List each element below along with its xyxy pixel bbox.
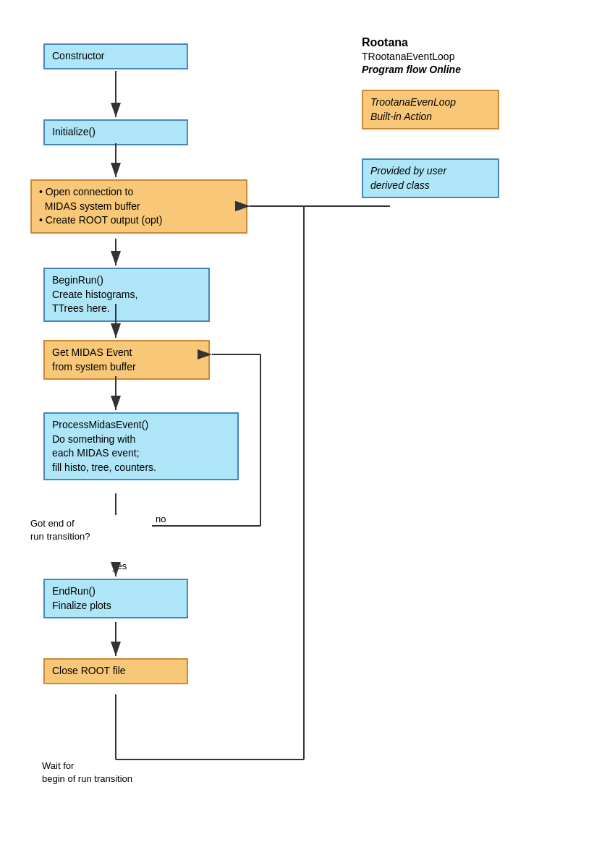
connection-box: • Open connection to MIDAS system buffer… [30, 179, 247, 234]
process-midas-box: ProcessMidasEvent()Do something witheach… [43, 412, 239, 480]
no-label: no [156, 514, 166, 524]
flow-title: Program flow Online [362, 64, 499, 75]
user-derived-box: Provided by user derived class [362, 158, 499, 198]
builtin-action-box: TrootanaEvenLoop Built-in Action [362, 90, 499, 129]
user-label: Provided by user derived class [370, 164, 491, 192]
yes-label: yes [112, 561, 127, 571]
beginrun-box: BeginRun()Create histograms,TTrees here. [43, 268, 210, 322]
builtin-label: TrootanaEvenLoop Built-in Action [370, 95, 491, 124]
end-of-run-label: Got end ofrun transition? [30, 517, 90, 543]
get-midas-box: Get MIDAS Eventfrom system buffer [43, 340, 210, 380]
close-root-box: Close ROOT file [43, 658, 188, 684]
app-title: Rootana [362, 36, 499, 49]
initialize-box: Initialize() [43, 119, 188, 145]
legend-area: Rootana TRootanaEventLoop Program flow O… [362, 36, 499, 184]
class-title: TRootanaEventLoop [362, 51, 499, 62]
diagram-container: Rootana TRootanaEventLoop Program flow O… [0, 0, 615, 868]
wait-label: Wait forbegin of run transition [42, 760, 132, 786]
endrun-box: EndRun()Finalize plots [43, 579, 188, 618]
flow-label: Program flow [362, 64, 426, 75]
constructor-box: Constructor [43, 43, 188, 69]
mode-label: Online [429, 64, 461, 75]
